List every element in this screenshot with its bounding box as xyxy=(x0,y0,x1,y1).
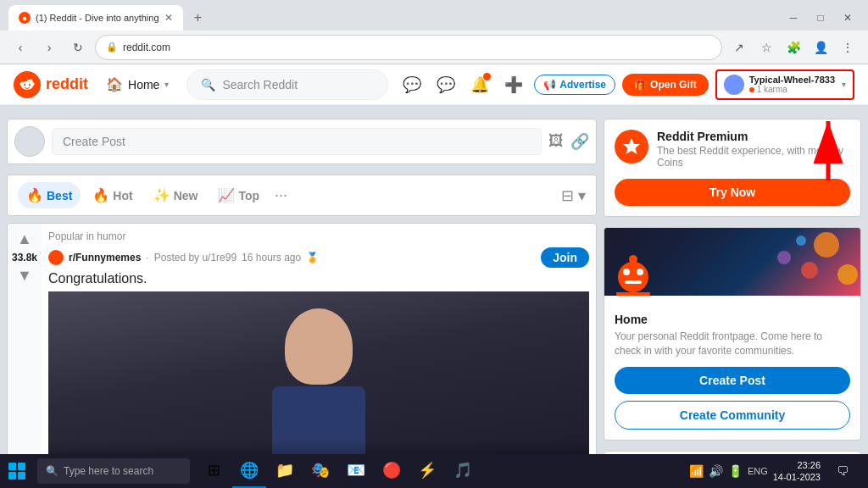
chat-icon[interactable]: 💬 xyxy=(432,71,459,98)
wifi-icon[interactable]: 📶 xyxy=(689,464,704,478)
create-post-bar: Create Post 🖼 🔗 xyxy=(7,119,597,164)
post-image: Employee of the Month. xyxy=(48,291,589,454)
svg-point-6 xyxy=(31,81,35,86)
taskbar-clock[interactable]: 23:26 14-01-2023 xyxy=(773,459,821,484)
add-icon[interactable]: ➕ xyxy=(500,71,527,98)
content-area: Create Post 🖼 🔗 🔥 Best 🔥 Hot ✨ New 📈 xyxy=(0,105,868,454)
reddit-mascot xyxy=(615,262,652,296)
subreddit-name[interactable]: r/Funnymemes xyxy=(69,252,141,263)
sort-tab-top[interactable]: 📈 Top xyxy=(209,182,268,208)
open-gift-button[interactable]: 🎁 Open Gift xyxy=(622,74,709,96)
sort-more-button[interactable]: ··· xyxy=(275,186,287,204)
feed-wrapper: Create Post 🖼 🔗 🔥 Best 🔥 Hot ✨ New 📈 xyxy=(0,105,604,454)
view-toggle-button[interactable]: ⊟ ▾ xyxy=(561,186,586,205)
advertise-label: Advertise xyxy=(559,79,606,91)
minimize-button[interactable]: ─ xyxy=(782,6,805,30)
language-indicator[interactable]: ENG xyxy=(748,466,768,476)
user-menu[interactable]: Typical-Wheel-7833 1 karma ▾ xyxy=(715,69,854,100)
time-ago: 16 hours ago xyxy=(242,252,301,263)
bell-icon[interactable]: 🔔 xyxy=(466,71,493,98)
address-bar[interactable]: 🔒 reddit.com xyxy=(95,35,722,60)
battery-icon[interactable]: 🔋 xyxy=(728,464,743,478)
address-text: reddit.com xyxy=(123,42,170,53)
bookmark-button[interactable]: ☆ xyxy=(754,36,778,59)
reddit-logo-icon xyxy=(14,71,41,98)
extensions-button[interactable]: 🧩 xyxy=(782,36,805,59)
taskbar-app-explorer[interactable]: 📁 xyxy=(268,454,302,488)
notifications-icon[interactable]: 💬 xyxy=(398,71,426,98)
task-view-icon: ⊞ xyxy=(208,461,220,480)
sort-tab-new[interactable]: ✨ New xyxy=(145,182,207,208)
user-info: Typical-Wheel-7833 1 karma xyxy=(749,75,835,94)
create-post-input[interactable]: Create Post xyxy=(52,128,542,155)
home-widget-body: Home Your personal Reddit frontpage. Com… xyxy=(604,296,860,440)
app-3-icon: 🎭 xyxy=(311,461,330,480)
image-icon[interactable]: 🖼 xyxy=(548,132,564,151)
try-now-button[interactable]: Try Now xyxy=(615,179,850,206)
taskbar-date-value: 14-01-2023 xyxy=(773,471,821,483)
search-bar[interactable]: 🔍 Search Reddit xyxy=(186,69,388,100)
home-button[interactable]: 🏠 Home ▾ xyxy=(98,72,176,97)
active-tab[interactable]: ● (1) Reddit - Dive into anything ✕ xyxy=(8,5,183,30)
user-menu-chevron: ▾ xyxy=(842,80,846,89)
search-icon: 🔍 xyxy=(201,78,215,92)
link-icon[interactable]: 🔗 xyxy=(570,132,589,151)
upvote-button[interactable]: ▲ xyxy=(17,230,32,248)
post-meta: r/Funnymemes · Posted by u/1re99 16 hour… xyxy=(48,247,589,268)
post-content: Popular in humor r/Funnymemes · Posted b… xyxy=(42,224,596,454)
search-placeholder: Search Reddit xyxy=(222,78,298,92)
post-title: Congratulations. xyxy=(48,271,589,286)
profile-button[interactable]: 👤 xyxy=(809,36,832,59)
reload-button[interactable]: ↻ xyxy=(66,36,90,59)
app-6-icon: ⚡ xyxy=(418,461,437,480)
forward-button[interactable]: › xyxy=(37,36,61,59)
sort-tab-hot[interactable]: 🔥 Hot xyxy=(84,182,141,208)
downvote-button[interactable]: ▼ xyxy=(17,267,32,285)
taskbar-search[interactable]: 🔍 Type here to search xyxy=(37,458,190,484)
svg-point-5 xyxy=(20,81,25,86)
sort-tab-top-label: Top xyxy=(238,189,259,202)
premium-text: Reddit Premium The best Reddit experienc… xyxy=(657,130,850,169)
karma-value: 1 karma xyxy=(757,85,787,94)
top-icon: 📈 xyxy=(218,187,235,203)
taskbar-app-3[interactable]: 🎭 xyxy=(303,454,337,488)
reddit-premium-card: Reddit Premium The best Reddit experienc… xyxy=(604,119,861,217)
vote-column: ▲ 33.8k ▼ xyxy=(8,224,42,454)
taskbar-app-7[interactable]: 🎵 xyxy=(446,454,480,488)
taskbar-app-4[interactable]: 📧 xyxy=(339,454,373,488)
taskbar-app-task-view[interactable]: ⊞ xyxy=(197,454,231,488)
new-icon: ✨ xyxy=(153,187,170,203)
post-inner: ▲ 33.8k ▼ Popular in humor r/Funnymemes … xyxy=(8,224,596,454)
post-section-label: Popular in humor xyxy=(48,230,589,242)
browser-chrome: ● (1) Reddit - Dive into anything ✕ + ─ … xyxy=(0,0,868,64)
lock-icon: 🔒 xyxy=(106,42,118,53)
share-button[interactable]: ↗ xyxy=(727,36,751,59)
advertise-icon: 📢 xyxy=(543,79,556,91)
maximize-button[interactable]: □ xyxy=(809,6,832,30)
create-post-placeholder: Create Post xyxy=(63,135,125,148)
volume-icon[interactable]: 🔊 xyxy=(709,464,723,478)
open-gift-label: Open Gift xyxy=(650,79,697,91)
windows-logo-icon xyxy=(8,463,25,480)
close-button[interactable]: ✕ xyxy=(836,6,860,30)
start-button[interactable] xyxy=(0,454,34,488)
back-button[interactable]: ‹ xyxy=(8,36,32,59)
sidebar-create-post-button[interactable]: Create Post xyxy=(615,367,850,394)
sort-tab-best[interactable]: 🔥 Best xyxy=(18,182,81,208)
post-dot-separator: · xyxy=(146,252,148,263)
reddit-logo[interactable]: reddit xyxy=(14,71,88,98)
taskbar-app-5[interactable]: 🔴 xyxy=(375,454,409,488)
taskbar: 🔍 Type here to search ⊞ 🌐 📁 🎭 📧 🔴 ⚡ 🎵 xyxy=(0,454,868,488)
advertise-button[interactable]: 📢 Advertise xyxy=(534,75,615,95)
tab-favicon: ● xyxy=(19,12,31,24)
taskbar-app-browser[interactable]: 🌐 xyxy=(232,454,266,488)
join-button[interactable]: Join xyxy=(541,247,589,268)
premium-desc: The best Reddit experience, with monthly… xyxy=(657,145,850,169)
tab-close-button[interactable]: ✕ xyxy=(164,12,173,24)
sidebar-create-community-button[interactable]: Create Community xyxy=(615,401,850,430)
taskbar-app-6[interactable]: ⚡ xyxy=(410,454,444,488)
new-tab-button[interactable]: + xyxy=(186,6,210,30)
home-widget-desc: Your personal Reddit frontpage. Come her… xyxy=(615,330,850,358)
notification-center-button[interactable]: 🗨 xyxy=(826,454,860,488)
more-button[interactable]: ⋮ xyxy=(836,36,860,59)
